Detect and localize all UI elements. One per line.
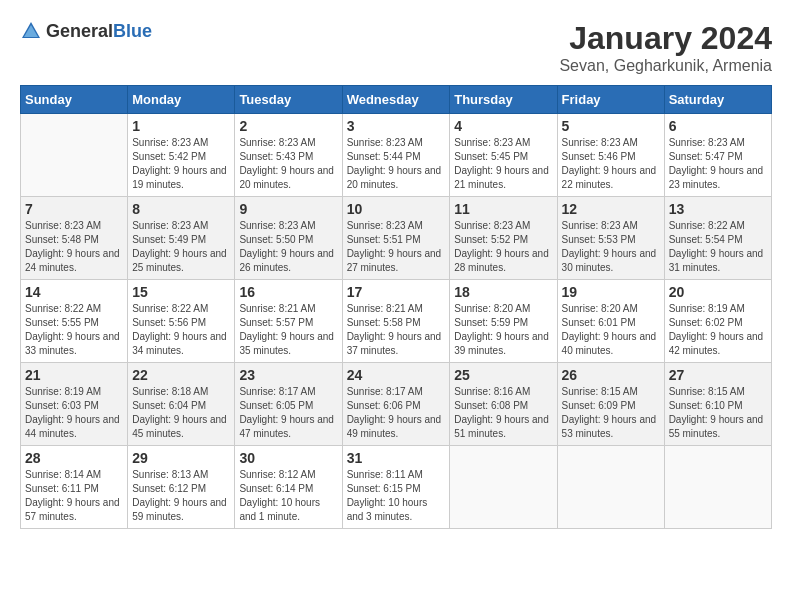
logo-text: GeneralBlue [46, 21, 152, 42]
cell-detail: Sunrise: 8:21 AMSunset: 5:58 PMDaylight:… [347, 302, 446, 358]
calendar-cell: 30Sunrise: 8:12 AMSunset: 6:14 PMDayligh… [235, 446, 342, 529]
calendar-cell: 11Sunrise: 8:23 AMSunset: 5:52 PMDayligh… [450, 197, 557, 280]
calendar-week-4: 28Sunrise: 8:14 AMSunset: 6:11 PMDayligh… [21, 446, 772, 529]
calendar-cell: 22Sunrise: 8:18 AMSunset: 6:04 PMDayligh… [128, 363, 235, 446]
calendar-cell: 24Sunrise: 8:17 AMSunset: 6:06 PMDayligh… [342, 363, 450, 446]
calendar-cell: 4Sunrise: 8:23 AMSunset: 5:45 PMDaylight… [450, 114, 557, 197]
day-number: 17 [347, 284, 446, 300]
header-row: SundayMondayTuesdayWednesdayThursdayFrid… [21, 86, 772, 114]
calendar-cell: 19Sunrise: 8:20 AMSunset: 6:01 PMDayligh… [557, 280, 664, 363]
day-number: 25 [454, 367, 552, 383]
day-number: 3 [347, 118, 446, 134]
logo: GeneralBlue [20, 20, 152, 42]
day-number: 28 [25, 450, 123, 466]
day-number: 1 [132, 118, 230, 134]
cell-detail: Sunrise: 8:22 AMSunset: 5:56 PMDaylight:… [132, 302, 230, 358]
day-number: 21 [25, 367, 123, 383]
day-number: 5 [562, 118, 660, 134]
day-number: 6 [669, 118, 767, 134]
calendar-cell [557, 446, 664, 529]
cell-detail: Sunrise: 8:21 AMSunset: 5:57 PMDaylight:… [239, 302, 337, 358]
title-area: January 2024 Sevan, Gegharkunik, Armenia [559, 20, 772, 75]
day-number: 9 [239, 201, 337, 217]
calendar-cell: 15Sunrise: 8:22 AMSunset: 5:56 PMDayligh… [128, 280, 235, 363]
header-cell-monday: Monday [128, 86, 235, 114]
day-number: 18 [454, 284, 552, 300]
calendar-cell: 17Sunrise: 8:21 AMSunset: 5:58 PMDayligh… [342, 280, 450, 363]
day-number: 19 [562, 284, 660, 300]
day-number: 12 [562, 201, 660, 217]
calendar-cell: 10Sunrise: 8:23 AMSunset: 5:51 PMDayligh… [342, 197, 450, 280]
day-number: 20 [669, 284, 767, 300]
day-number: 10 [347, 201, 446, 217]
cell-detail: Sunrise: 8:12 AMSunset: 6:14 PMDaylight:… [239, 468, 337, 524]
cell-detail: Sunrise: 8:11 AMSunset: 6:15 PMDaylight:… [347, 468, 446, 524]
page-header: GeneralBlue January 2024 Sevan, Gegharku… [20, 20, 772, 75]
header-cell-tuesday: Tuesday [235, 86, 342, 114]
calendar-cell: 18Sunrise: 8:20 AMSunset: 5:59 PMDayligh… [450, 280, 557, 363]
calendar-week-3: 21Sunrise: 8:19 AMSunset: 6:03 PMDayligh… [21, 363, 772, 446]
day-number: 30 [239, 450, 337, 466]
calendar-cell: 23Sunrise: 8:17 AMSunset: 6:05 PMDayligh… [235, 363, 342, 446]
day-number: 15 [132, 284, 230, 300]
day-number: 31 [347, 450, 446, 466]
day-number: 22 [132, 367, 230, 383]
calendar-cell: 31Sunrise: 8:11 AMSunset: 6:15 PMDayligh… [342, 446, 450, 529]
calendar-cell: 7Sunrise: 8:23 AMSunset: 5:48 PMDaylight… [21, 197, 128, 280]
cell-detail: Sunrise: 8:15 AMSunset: 6:09 PMDaylight:… [562, 385, 660, 441]
calendar-week-1: 7Sunrise: 8:23 AMSunset: 5:48 PMDaylight… [21, 197, 772, 280]
header-cell-friday: Friday [557, 86, 664, 114]
cell-detail: Sunrise: 8:13 AMSunset: 6:12 PMDaylight:… [132, 468, 230, 524]
cell-detail: Sunrise: 8:23 AMSunset: 5:51 PMDaylight:… [347, 219, 446, 275]
calendar-cell: 9Sunrise: 8:23 AMSunset: 5:50 PMDaylight… [235, 197, 342, 280]
cell-detail: Sunrise: 8:23 AMSunset: 5:42 PMDaylight:… [132, 136, 230, 192]
calendar-cell [664, 446, 771, 529]
calendar-header: SundayMondayTuesdayWednesdayThursdayFrid… [21, 86, 772, 114]
cell-detail: Sunrise: 8:23 AMSunset: 5:50 PMDaylight:… [239, 219, 337, 275]
calendar-cell: 5Sunrise: 8:23 AMSunset: 5:46 PMDaylight… [557, 114, 664, 197]
day-number: 24 [347, 367, 446, 383]
day-number: 27 [669, 367, 767, 383]
day-number: 13 [669, 201, 767, 217]
cell-detail: Sunrise: 8:23 AMSunset: 5:53 PMDaylight:… [562, 219, 660, 275]
header-cell-thursday: Thursday [450, 86, 557, 114]
calendar-week-2: 14Sunrise: 8:22 AMSunset: 5:55 PMDayligh… [21, 280, 772, 363]
calendar-table: SundayMondayTuesdayWednesdayThursdayFrid… [20, 85, 772, 529]
cell-detail: Sunrise: 8:22 AMSunset: 5:55 PMDaylight:… [25, 302, 123, 358]
calendar-cell: 1Sunrise: 8:23 AMSunset: 5:42 PMDaylight… [128, 114, 235, 197]
logo-blue: Blue [113, 21, 152, 41]
header-cell-saturday: Saturday [664, 86, 771, 114]
calendar-body: 1Sunrise: 8:23 AMSunset: 5:42 PMDaylight… [21, 114, 772, 529]
header-cell-sunday: Sunday [21, 86, 128, 114]
calendar-cell: 25Sunrise: 8:16 AMSunset: 6:08 PMDayligh… [450, 363, 557, 446]
calendar-cell: 13Sunrise: 8:22 AMSunset: 5:54 PMDayligh… [664, 197, 771, 280]
calendar-cell: 29Sunrise: 8:13 AMSunset: 6:12 PMDayligh… [128, 446, 235, 529]
calendar-cell: 16Sunrise: 8:21 AMSunset: 5:57 PMDayligh… [235, 280, 342, 363]
calendar-cell: 14Sunrise: 8:22 AMSunset: 5:55 PMDayligh… [21, 280, 128, 363]
calendar-cell: 20Sunrise: 8:19 AMSunset: 6:02 PMDayligh… [664, 280, 771, 363]
cell-detail: Sunrise: 8:20 AMSunset: 5:59 PMDaylight:… [454, 302, 552, 358]
calendar-cell: 6Sunrise: 8:23 AMSunset: 5:47 PMDaylight… [664, 114, 771, 197]
calendar-cell: 21Sunrise: 8:19 AMSunset: 6:03 PMDayligh… [21, 363, 128, 446]
cell-detail: Sunrise: 8:23 AMSunset: 5:44 PMDaylight:… [347, 136, 446, 192]
calendar-week-0: 1Sunrise: 8:23 AMSunset: 5:42 PMDaylight… [21, 114, 772, 197]
day-number: 16 [239, 284, 337, 300]
cell-detail: Sunrise: 8:22 AMSunset: 5:54 PMDaylight:… [669, 219, 767, 275]
calendar-cell: 3Sunrise: 8:23 AMSunset: 5:44 PMDaylight… [342, 114, 450, 197]
cell-detail: Sunrise: 8:19 AMSunset: 6:02 PMDaylight:… [669, 302, 767, 358]
day-number: 2 [239, 118, 337, 134]
generalblue-icon [20, 20, 42, 42]
cell-detail: Sunrise: 8:17 AMSunset: 6:05 PMDaylight:… [239, 385, 337, 441]
header-cell-wednesday: Wednesday [342, 86, 450, 114]
calendar-cell: 8Sunrise: 8:23 AMSunset: 5:49 PMDaylight… [128, 197, 235, 280]
day-number: 26 [562, 367, 660, 383]
cell-detail: Sunrise: 8:23 AMSunset: 5:47 PMDaylight:… [669, 136, 767, 192]
cell-detail: Sunrise: 8:19 AMSunset: 6:03 PMDaylight:… [25, 385, 123, 441]
cell-detail: Sunrise: 8:23 AMSunset: 5:45 PMDaylight:… [454, 136, 552, 192]
location-subtitle: Sevan, Gegharkunik, Armenia [559, 57, 772, 75]
cell-detail: Sunrise: 8:15 AMSunset: 6:10 PMDaylight:… [669, 385, 767, 441]
cell-detail: Sunrise: 8:14 AMSunset: 6:11 PMDaylight:… [25, 468, 123, 524]
day-number: 23 [239, 367, 337, 383]
cell-detail: Sunrise: 8:23 AMSunset: 5:52 PMDaylight:… [454, 219, 552, 275]
cell-detail: Sunrise: 8:18 AMSunset: 6:04 PMDaylight:… [132, 385, 230, 441]
